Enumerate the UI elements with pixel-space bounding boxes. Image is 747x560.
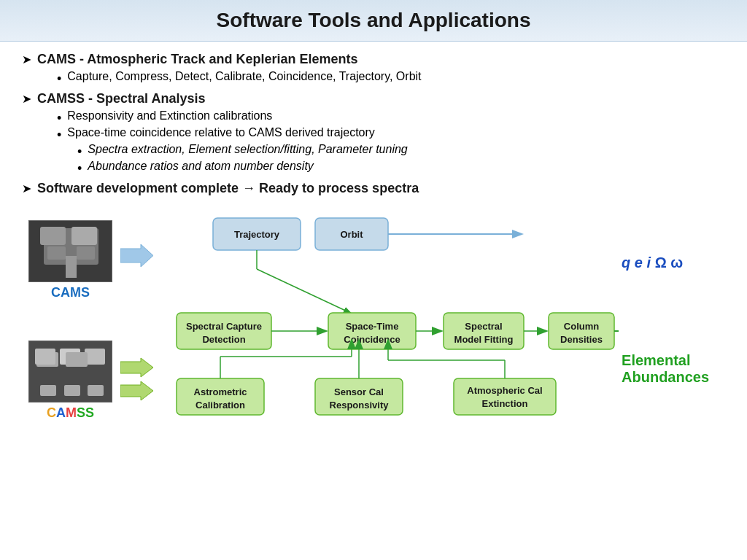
svg-marker-1 [120, 358, 153, 377]
arrow-symbol-2: ➤ [22, 92, 31, 106]
page-title: Software Tools and Applications [217, 9, 531, 31]
camss-rest: - Spectral Analysis [88, 91, 205, 106]
cams-img-label: CAMS [51, 285, 90, 300]
diagram-svg: Trajectory Orbit Spectral Capture Detect… [155, 203, 622, 422]
camss-section: ➤ CAMSS - Spectral Analysis • Responsivi… [22, 91, 725, 175]
cams-image [28, 220, 112, 282]
cams-image-block: CAMS [28, 220, 112, 300]
camss-letter-a: A [56, 405, 66, 420]
cams-sub-text-1: Capture, Compress, Detect, Calibrate, Co… [67, 70, 421, 83]
arrow-symbol-3: ➤ [22, 182, 31, 195]
dot-2: • [57, 112, 61, 125]
camss-main-bullet: ➤ CAMSS - Spectral Analysis [22, 91, 725, 106]
orbit-label: Orbit [341, 229, 364, 240]
camss-letter-c: C [47, 405, 56, 420]
sensor-cal-text-2: Responsivity [330, 400, 390, 411]
astrometric-text-1: Astrometric [194, 386, 247, 397]
atmospheric-cal-box [454, 378, 556, 415]
camss-sub-sub-bullets: • Spectra extraction, Element selection/… [77, 143, 725, 175]
camss-sub-2: • Space-time coincidence relative to CAM… [57, 126, 725, 141]
sc-to-st-head [317, 327, 328, 335]
svg-marker-0 [120, 244, 153, 267]
camss-sub-sub-text-2: Abundance ratios and atom number density [88, 160, 314, 173]
right-labels: q e i Ω ω ElementalAbundances [622, 203, 725, 429]
space-time-text-1: Space-Time [346, 321, 399, 332]
camss-title: CAMSS - Spectral Analysis [37, 91, 205, 106]
traj-diagonal-arrow [257, 269, 350, 313]
camss-sub-1: • Responsivity and Extinction calibratio… [57, 109, 725, 125]
ready-text: Software development complete → Ready to… [37, 181, 419, 196]
atmospheric-cal-text-1: Atmospheric Cal [467, 385, 542, 396]
dot-4: • [77, 145, 82, 158]
spectral-capture-text-2: Detection [202, 334, 245, 345]
ready-section: ➤ Software development complete → Ready … [22, 181, 725, 196]
elemental-abundances-block: ElementalAbundances [622, 352, 725, 386]
camss-sub-sub-text-1: Spectra extraction, Element selection/fi… [88, 143, 407, 156]
orbit-arrow-head [512, 230, 524, 238]
side-arrows [119, 203, 155, 429]
spectral-model-text-2: Model Fitting [454, 334, 514, 345]
cams-section: ➤ CAMS - Atmospheric Track and Keplerian… [22, 52, 725, 85]
green-arrow-svg-1 [120, 357, 153, 378]
camss-letter-ss: SS [77, 405, 94, 420]
orbital-params-block: q e i Ω ω [622, 254, 725, 271]
main-diagram: Trajectory Orbit Spectral Capture Detect… [155, 203, 622, 429]
dot-3: • [57, 128, 61, 141]
cams-title: CAMS - Atmospheric Track and Keplerian E… [37, 52, 357, 67]
spectral-capture-text-1: Spectral Capture [186, 321, 262, 332]
camss-arrows [120, 357, 153, 401]
astrometric-text-2: Calibration [196, 400, 245, 411]
camss-label: CAMSS [37, 91, 85, 106]
content-area: ➤ CAMS - Atmospheric Track and Keplerian… [0, 42, 747, 437]
camss-image-block: CAMSS [28, 341, 112, 421]
dot-1: • [57, 72, 61, 85]
svg-marker-2 [120, 381, 153, 400]
cams-main-bullet: ➤ CAMS - Atmospheric Track and Keplerian… [22, 52, 725, 67]
camss-sub-text-1: Responsivity and Extinction calibrations [67, 109, 272, 122]
camss-image [28, 341, 112, 402]
sensor-cal-text-1: Sensor Cal [334, 386, 384, 397]
orbital-q: q e i [622, 254, 655, 271]
camss-sub-sub-2: • Abundance ratios and atom number densi… [77, 160, 725, 175]
camss-img-label: CAMSS [47, 405, 94, 421]
arrow-symbol-1: ➤ [22, 52, 31, 66]
atmospheric-cal-text-2: Extinction [482, 398, 528, 409]
cams-sub-1: • Capture, Compress, Detect, Calibrate, … [57, 70, 725, 85]
camss-sub-bullets: • Responsivity and Extinction calibratio… [57, 109, 725, 175]
dot-5: • [77, 162, 82, 175]
column-densities-text-2: Densities [560, 334, 603, 345]
cams-rest: - Atmospheric Track and Keplerian Elemen… [80, 52, 357, 66]
cams-sub-bullets: • Capture, Compress, Detect, Calibrate, … [57, 70, 725, 85]
cams-label: CAMS [37, 52, 76, 66]
blue-arrow-svg [120, 243, 153, 268]
left-images: CAMS CAMSS [22, 203, 119, 429]
green-arrow-svg-2 [120, 381, 153, 401]
orbital-omega: Ω ω [655, 254, 684, 271]
column-densities-text-1: Column [564, 321, 599, 332]
camss-sub-sub-1: • Spectra extraction, Element selection/… [77, 143, 725, 158]
cams-arrow [120, 243, 153, 271]
diagram-area: CAMS CAMSS [22, 203, 725, 429]
st-to-sm-head [432, 327, 444, 335]
camss-letter-m: M [66, 405, 77, 420]
sm-to-cd-head [537, 327, 549, 335]
page-header: Software Tools and Applications [0, 0, 747, 42]
camss-sub-text-2: Space-time coincidence relative to CAMS … [67, 126, 375, 139]
spectral-model-text-1: Spectral [465, 321, 502, 332]
elemental-abundances-text: ElementalAbundances [622, 352, 725, 386]
orbital-params-text: q e i Ω ω [622, 254, 683, 271]
trajectory-label: Trajectory [234, 229, 280, 240]
